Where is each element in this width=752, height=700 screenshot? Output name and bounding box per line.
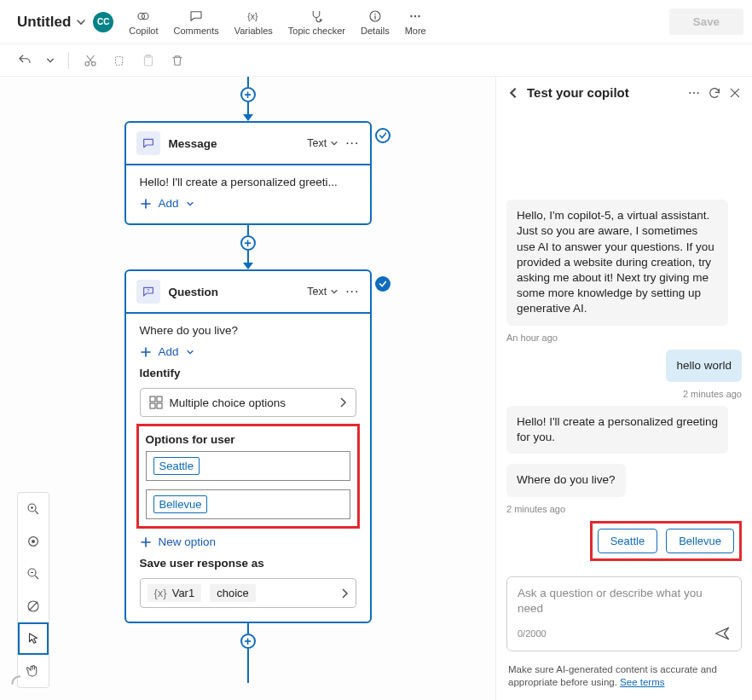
copilot-button[interactable]: Copilot <box>129 9 158 36</box>
save-button[interactable]: Save <box>669 9 743 35</box>
refresh-button[interactable] <box>708 86 721 100</box>
message-timestamp: An hour ago <box>506 333 742 343</box>
canvas-zoom-controls <box>17 492 49 688</box>
plus-icon <box>140 346 152 358</box>
collapse-panel-button[interactable] <box>506 86 520 100</box>
suggested-action[interactable]: Bellevue <box>666 529 734 553</box>
variable-chip: {x} Var1 <box>148 584 202 602</box>
svg-rect-17 <box>157 396 162 402</box>
message-node[interactable]: Message Text ··· Hello! I'll create a pe… <box>124 121 372 225</box>
minimap-toggle[interactable] <box>9 673 31 695</box>
svg-point-26 <box>693 91 695 93</box>
add-question-variant-button[interactable]: Add <box>140 345 356 358</box>
svg-point-8 <box>414 14 416 16</box>
undo-history-dropdown[interactable] <box>46 56 55 65</box>
zoom-in-button[interactable] <box>18 493 49 525</box>
node-title: Question <box>169 286 299 298</box>
send-button[interactable] <box>714 625 731 642</box>
more-button[interactable]: More <box>405 9 426 36</box>
svg-point-25 <box>689 91 691 93</box>
message-timestamp: 2 minutes ago <box>683 389 742 399</box>
close-panel-button[interactable] <box>728 86 742 100</box>
delete-button[interactable] <box>170 53 185 68</box>
cut-button[interactable] <box>83 53 98 68</box>
variable-type-chip: choice <box>210 584 256 602</box>
svg-rect-16 <box>150 396 155 402</box>
see-terms-link[interactable]: See terms <box>620 677 664 687</box>
chevron-down-icon <box>186 348 194 356</box>
paste-button[interactable] <box>141 53 156 68</box>
add-message-variant-button[interactable]: Add <box>140 197 356 210</box>
output-type-dropdown[interactable]: Text <box>307 286 338 298</box>
topic-title: Untitled <box>17 14 71 31</box>
option-input-1[interactable]: Seattle <box>146 451 350 481</box>
edit-subbar <box>0 44 752 77</box>
chevron-right-icon <box>340 587 349 599</box>
svg-rect-6 <box>374 15 375 20</box>
variables-button[interactable]: {x} Variables <box>234 9 273 36</box>
message-body-text[interactable]: Hello! I'll create a personalized greeti… <box>140 176 356 188</box>
chat-transcript: Hello, I'm copilot-5, a virtual assistan… <box>496 108 752 571</box>
select-tool-button[interactable] <box>18 622 49 655</box>
question-node[interactable]: ? Question Text ··· Where do you live? <box>124 269 372 623</box>
info-icon <box>367 9 383 24</box>
chat-composer[interactable]: Ask a question or describe what you need… <box>506 576 742 651</box>
insert-node-button[interactable]: + <box>240 235 256 251</box>
node-active-icon <box>375 276 390 292</box>
svg-point-1 <box>142 13 149 20</box>
stethoscope-icon <box>309 9 324 24</box>
zoom-reset-button[interactable] <box>18 525 49 558</box>
variables-icon: {x} <box>246 9 261 24</box>
node-title: Message <box>169 137 299 150</box>
chevron-down-icon <box>330 287 338 296</box>
node-status-icon <box>375 128 390 143</box>
svg-rect-18 <box>150 403 155 408</box>
undo-button[interactable] <box>17 53 32 68</box>
chevron-right-icon <box>338 396 347 408</box>
svg-point-5 <box>374 13 376 14</box>
panel-title: Test your copilot <box>527 85 680 100</box>
insert-node-button[interactable]: + <box>240 633 256 649</box>
comments-button[interactable]: Comments <box>174 9 219 36</box>
variable-picker[interactable]: {x} Var1 choice <box>140 578 356 608</box>
authoring-canvas[interactable]: + Message Text ··· <box>0 77 496 700</box>
options-highlight: Options for user Seattle Bellevue <box>136 424 360 529</box>
svg-point-7 <box>410 14 412 16</box>
output-type-dropdown[interactable]: Text <box>307 137 338 149</box>
node-more-button[interactable]: ··· <box>345 284 359 299</box>
topic-checker-button[interactable]: Topic checker <box>288 9 345 36</box>
fit-view-button[interactable] <box>18 590 49 622</box>
app-topbar: Untitled CC Copilot Comments {x} Variabl… <box>0 0 752 44</box>
test-copilot-panel: Test your copilot Hello, I'm copilot-5, … <box>496 77 752 700</box>
save-response-label: Save user response as <box>140 557 356 570</box>
user-message: hello world <box>666 350 742 382</box>
svg-text:?: ? <box>147 288 150 293</box>
message-icon <box>136 131 160 155</box>
comment-icon <box>188 9 204 24</box>
plus-icon <box>140 536 152 548</box>
plus-icon <box>140 198 152 210</box>
chevron-down-icon <box>330 139 338 148</box>
svg-point-22 <box>32 540 35 543</box>
panel-more-button[interactable] <box>687 86 701 100</box>
question-prompt[interactable]: Where do you live? <box>140 324 356 337</box>
node-more-button[interactable]: ··· <box>345 136 359 151</box>
composer-placeholder: Ask a question or describe what you need <box>518 586 731 616</box>
topic-title-dropdown[interactable]: Untitled <box>17 14 86 31</box>
presence-avatar[interactable]: CC <box>93 12 113 32</box>
insert-node-button[interactable]: + <box>240 87 256 102</box>
copy-button[interactable] <box>112 53 127 68</box>
suggested-action[interactable]: Seattle <box>598 529 657 553</box>
option-input-2[interactable]: Bellevue <box>146 489 350 519</box>
ai-disclaimer: Make sure AI-generated content is accura… <box>496 657 752 700</box>
bot-message: Hello, I'm copilot-5, a virtual assistan… <box>506 200 728 326</box>
chevron-down-icon <box>186 200 194 208</box>
details-button[interactable]: Details <box>361 9 390 36</box>
identify-picker[interactable]: Multiple choice options <box>140 388 356 417</box>
svg-point-9 <box>418 14 419 16</box>
zoom-out-button[interactable] <box>18 558 49 590</box>
suggested-actions-highlight: Seattle Bellevue <box>590 521 742 561</box>
question-icon: ? <box>136 280 160 304</box>
new-option-button[interactable]: New option <box>140 535 356 548</box>
ellipsis-icon <box>408 9 423 24</box>
